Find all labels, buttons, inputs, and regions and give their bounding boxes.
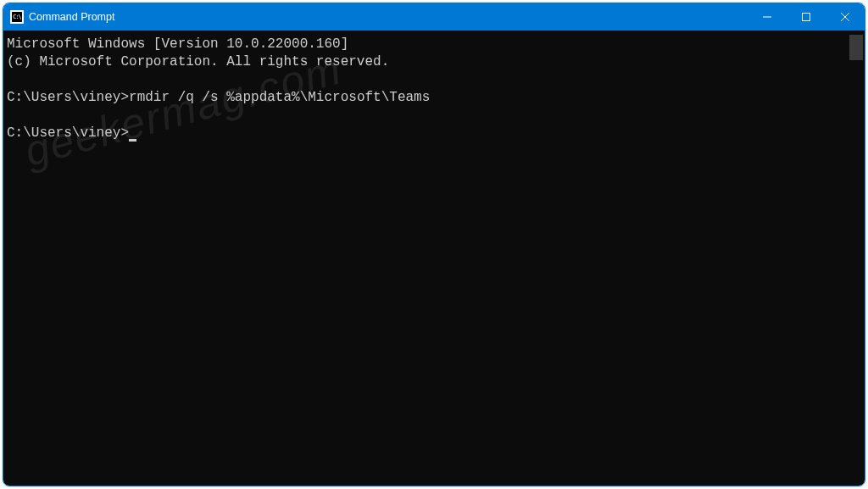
cmd-icon: C:\ [10, 10, 24, 24]
minimize-button[interactable] [748, 3, 787, 31]
cursor [129, 139, 136, 142]
close-button[interactable] [826, 3, 865, 31]
terminal-command: rmdir /q /s %appdata%\Microsoft\Teams [129, 90, 430, 105]
window-controls [748, 3, 865, 31]
terminal-prompt: C:\Users\viney> [7, 125, 129, 141]
close-icon [841, 13, 849, 21]
titlebar[interactable]: C:\ Command Prompt [3, 3, 865, 31]
window-title: Command Prompt [29, 11, 748, 23]
maximize-icon [802, 13, 810, 21]
command-prompt-window: C:\ Command Prompt geekermag.c [3, 3, 865, 486]
terminal-line: (c) Microsoft Corporation. All rights re… [7, 54, 389, 69]
terminal-line: Microsoft Windows [Version 10.0.22000.16… [7, 36, 348, 52]
maximize-button[interactable] [787, 3, 826, 31]
terminal-body[interactable]: geekermag.com Microsoft Windows [Version… [3, 31, 865, 486]
scrollbar-thumb[interactable] [849, 35, 863, 60]
terminal-prompt: C:\Users\viney> [7, 90, 129, 105]
minimize-icon [763, 13, 771, 21]
terminal-content: Microsoft Windows [Version 10.0.22000.16… [7, 36, 861, 142]
svg-rect-1 [803, 14, 810, 21]
